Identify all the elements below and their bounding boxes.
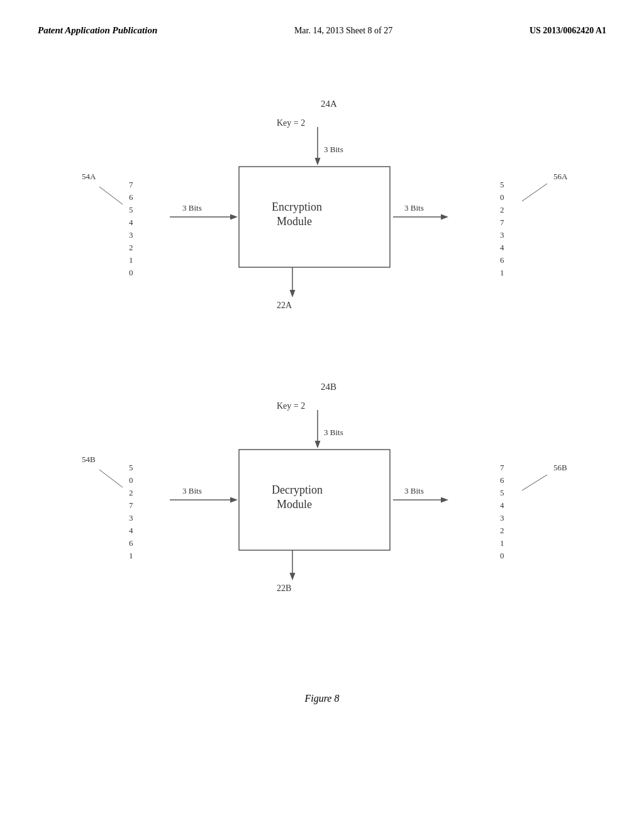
- svg-text:3: 3: [129, 230, 133, 240]
- svg-text:0: 0: [500, 192, 504, 202]
- svg-rect-4: [239, 167, 390, 267]
- svg-line-24: [522, 184, 547, 201]
- svg-text:4: 4: [129, 218, 133, 227]
- svg-text:2: 2: [500, 526, 504, 535]
- svg-text:1: 1: [500, 268, 504, 277]
- svg-text:6: 6: [500, 255, 504, 265]
- header-left: Patent Application Publication: [38, 25, 157, 36]
- svg-text:Decryption: Decryption: [272, 484, 323, 496]
- header-right: US 2013/0062420 A1: [530, 26, 606, 36]
- svg-text:22A: 22A: [277, 301, 292, 310]
- svg-text:1: 1: [129, 551, 133, 560]
- svg-text:4: 4: [500, 501, 504, 510]
- svg-text:5: 5: [500, 488, 504, 497]
- svg-text:Module: Module: [277, 498, 312, 511]
- svg-text:Key = 2: Key = 2: [277, 118, 305, 128]
- svg-text:3 Bits: 3 Bits: [404, 486, 424, 495]
- svg-text:3 Bits: 3 Bits: [404, 203, 424, 213]
- svg-text:6: 6: [129, 192, 133, 202]
- diagram-b: 24B Key = 2 3 Bits Decryption Module 22B…: [31, 365, 610, 629]
- page: Patent Application Publication Mar. 14, …: [0, 0, 644, 830]
- svg-text:3 Bits: 3 Bits: [324, 145, 343, 154]
- svg-text:24B: 24B: [321, 382, 336, 392]
- svg-text:5: 5: [129, 205, 133, 214]
- svg-line-45: [99, 470, 123, 487]
- svg-text:3 Bits: 3 Bits: [324, 428, 343, 437]
- svg-text:0: 0: [500, 551, 504, 560]
- svg-text:56A: 56A: [553, 172, 568, 181]
- svg-text:4: 4: [129, 526, 133, 535]
- svg-rect-37: [239, 450, 390, 550]
- figure-label: Figure 8: [0, 693, 644, 704]
- svg-text:22B: 22B: [277, 584, 291, 593]
- header-center: Mar. 14, 2013 Sheet 8 of 27: [294, 26, 392, 36]
- svg-line-57: [522, 475, 547, 490]
- diagram-a: 24A Key = 2 3 Bits Encryption Module 22A…: [31, 82, 610, 346]
- header: Patent Application Publication Mar. 14, …: [38, 25, 606, 36]
- svg-text:54B: 54B: [82, 455, 96, 464]
- svg-text:6: 6: [500, 475, 504, 485]
- svg-line-12: [99, 187, 123, 204]
- svg-text:3: 3: [500, 513, 504, 523]
- svg-text:5: 5: [129, 463, 133, 472]
- svg-text:1: 1: [500, 538, 504, 548]
- svg-text:2: 2: [129, 243, 133, 252]
- svg-text:7: 7: [500, 218, 504, 227]
- svg-text:Key = 2: Key = 2: [277, 401, 305, 411]
- svg-text:24A: 24A: [321, 99, 337, 109]
- svg-text:0: 0: [129, 268, 133, 277]
- svg-text:56B: 56B: [553, 463, 567, 472]
- svg-text:5: 5: [500, 180, 504, 189]
- svg-text:0: 0: [129, 475, 133, 485]
- svg-text:Module: Module: [277, 215, 312, 228]
- svg-text:7: 7: [129, 501, 133, 510]
- svg-text:1: 1: [129, 255, 133, 265]
- svg-text:2: 2: [129, 488, 133, 497]
- svg-text:Encryption: Encryption: [272, 201, 322, 213]
- svg-text:7: 7: [500, 463, 504, 472]
- svg-text:3 Bits: 3 Bits: [182, 486, 202, 495]
- svg-text:7: 7: [129, 180, 133, 189]
- svg-text:3 Bits: 3 Bits: [182, 203, 202, 213]
- svg-text:4: 4: [500, 243, 504, 252]
- svg-text:54A: 54A: [82, 172, 96, 181]
- svg-text:6: 6: [129, 538, 133, 548]
- svg-text:3: 3: [129, 513, 133, 523]
- svg-text:3: 3: [500, 230, 504, 240]
- svg-text:2: 2: [500, 205, 504, 214]
